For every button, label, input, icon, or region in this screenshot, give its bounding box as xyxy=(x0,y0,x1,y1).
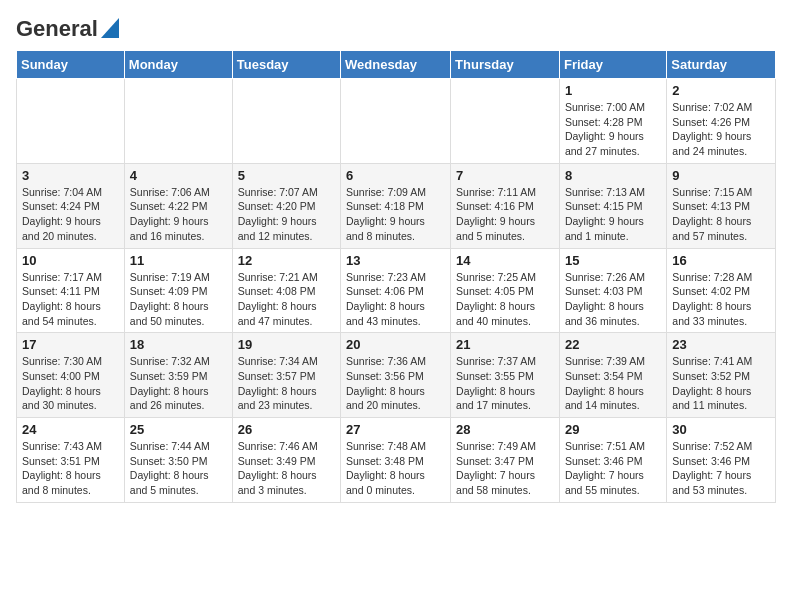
calendar-cell: 25Sunrise: 7:44 AMSunset: 3:50 PMDayligh… xyxy=(124,418,232,503)
calendar-cell xyxy=(341,79,451,164)
day-info: Sunrise: 7:07 AMSunset: 4:20 PMDaylight:… xyxy=(238,185,335,244)
dow-header-sunday: Sunday xyxy=(17,51,125,79)
day-number: 21 xyxy=(456,337,554,352)
calendar-cell: 14Sunrise: 7:25 AMSunset: 4:05 PMDayligh… xyxy=(451,248,560,333)
day-info: Sunrise: 7:32 AMSunset: 3:59 PMDaylight:… xyxy=(130,354,227,413)
day-info: Sunrise: 7:46 AMSunset: 3:49 PMDaylight:… xyxy=(238,439,335,498)
calendar-cell: 23Sunrise: 7:41 AMSunset: 3:52 PMDayligh… xyxy=(667,333,776,418)
day-info: Sunrise: 7:28 AMSunset: 4:02 PMDaylight:… xyxy=(672,270,770,329)
day-number: 26 xyxy=(238,422,335,437)
day-info: Sunrise: 7:30 AMSunset: 4:00 PMDaylight:… xyxy=(22,354,119,413)
calendar-cell: 15Sunrise: 7:26 AMSunset: 4:03 PMDayligh… xyxy=(559,248,666,333)
day-info: Sunrise: 7:36 AMSunset: 3:56 PMDaylight:… xyxy=(346,354,445,413)
day-number: 27 xyxy=(346,422,445,437)
day-number: 4 xyxy=(130,168,227,183)
calendar: SundayMondayTuesdayWednesdayThursdayFrid… xyxy=(16,50,776,503)
day-number: 13 xyxy=(346,253,445,268)
day-info: Sunrise: 7:34 AMSunset: 3:57 PMDaylight:… xyxy=(238,354,335,413)
day-info: Sunrise: 7:25 AMSunset: 4:05 PMDaylight:… xyxy=(456,270,554,329)
calendar-cell: 22Sunrise: 7:39 AMSunset: 3:54 PMDayligh… xyxy=(559,333,666,418)
day-number: 23 xyxy=(672,337,770,352)
calendar-cell: 9Sunrise: 7:15 AMSunset: 4:13 PMDaylight… xyxy=(667,163,776,248)
dow-header-thursday: Thursday xyxy=(451,51,560,79)
calendar-cell: 17Sunrise: 7:30 AMSunset: 4:00 PMDayligh… xyxy=(17,333,125,418)
day-number: 20 xyxy=(346,337,445,352)
day-number: 1 xyxy=(565,83,661,98)
calendar-cell: 21Sunrise: 7:37 AMSunset: 3:55 PMDayligh… xyxy=(451,333,560,418)
logo: General xyxy=(16,16,119,42)
calendar-cell xyxy=(232,79,340,164)
day-info: Sunrise: 7:06 AMSunset: 4:22 PMDaylight:… xyxy=(130,185,227,244)
calendar-cell: 19Sunrise: 7:34 AMSunset: 3:57 PMDayligh… xyxy=(232,333,340,418)
day-info: Sunrise: 7:04 AMSunset: 4:24 PMDaylight:… xyxy=(22,185,119,244)
day-number: 17 xyxy=(22,337,119,352)
calendar-cell: 27Sunrise: 7:48 AMSunset: 3:48 PMDayligh… xyxy=(341,418,451,503)
day-number: 30 xyxy=(672,422,770,437)
calendar-cell: 10Sunrise: 7:17 AMSunset: 4:11 PMDayligh… xyxy=(17,248,125,333)
day-info: Sunrise: 7:41 AMSunset: 3:52 PMDaylight:… xyxy=(672,354,770,413)
calendar-cell: 26Sunrise: 7:46 AMSunset: 3:49 PMDayligh… xyxy=(232,418,340,503)
day-number: 5 xyxy=(238,168,335,183)
day-info: Sunrise: 7:48 AMSunset: 3:48 PMDaylight:… xyxy=(346,439,445,498)
day-number: 18 xyxy=(130,337,227,352)
day-number: 24 xyxy=(22,422,119,437)
day-number: 7 xyxy=(456,168,554,183)
calendar-cell: 8Sunrise: 7:13 AMSunset: 4:15 PMDaylight… xyxy=(559,163,666,248)
calendar-cell: 7Sunrise: 7:11 AMSunset: 4:16 PMDaylight… xyxy=(451,163,560,248)
day-number: 9 xyxy=(672,168,770,183)
day-number: 29 xyxy=(565,422,661,437)
calendar-cell: 18Sunrise: 7:32 AMSunset: 3:59 PMDayligh… xyxy=(124,333,232,418)
dow-header-saturday: Saturday xyxy=(667,51,776,79)
day-info: Sunrise: 7:52 AMSunset: 3:46 PMDaylight:… xyxy=(672,439,770,498)
day-number: 22 xyxy=(565,337,661,352)
day-number: 15 xyxy=(565,253,661,268)
calendar-cell xyxy=(451,79,560,164)
day-info: Sunrise: 7:51 AMSunset: 3:46 PMDaylight:… xyxy=(565,439,661,498)
day-info: Sunrise: 7:23 AMSunset: 4:06 PMDaylight:… xyxy=(346,270,445,329)
dow-header-wednesday: Wednesday xyxy=(341,51,451,79)
calendar-cell: 28Sunrise: 7:49 AMSunset: 3:47 PMDayligh… xyxy=(451,418,560,503)
day-number: 2 xyxy=(672,83,770,98)
calendar-cell: 13Sunrise: 7:23 AMSunset: 4:06 PMDayligh… xyxy=(341,248,451,333)
day-info: Sunrise: 7:13 AMSunset: 4:15 PMDaylight:… xyxy=(565,185,661,244)
calendar-cell: 29Sunrise: 7:51 AMSunset: 3:46 PMDayligh… xyxy=(559,418,666,503)
logo-text-general: General xyxy=(16,16,98,42)
day-number: 25 xyxy=(130,422,227,437)
calendar-cell xyxy=(17,79,125,164)
day-number: 10 xyxy=(22,253,119,268)
day-info: Sunrise: 7:21 AMSunset: 4:08 PMDaylight:… xyxy=(238,270,335,329)
calendar-cell: 20Sunrise: 7:36 AMSunset: 3:56 PMDayligh… xyxy=(341,333,451,418)
day-info: Sunrise: 7:15 AMSunset: 4:13 PMDaylight:… xyxy=(672,185,770,244)
day-number: 11 xyxy=(130,253,227,268)
day-info: Sunrise: 7:39 AMSunset: 3:54 PMDaylight:… xyxy=(565,354,661,413)
day-info: Sunrise: 7:49 AMSunset: 3:47 PMDaylight:… xyxy=(456,439,554,498)
calendar-cell: 11Sunrise: 7:19 AMSunset: 4:09 PMDayligh… xyxy=(124,248,232,333)
day-number: 3 xyxy=(22,168,119,183)
calendar-cell: 24Sunrise: 7:43 AMSunset: 3:51 PMDayligh… xyxy=(17,418,125,503)
calendar-cell: 2Sunrise: 7:02 AMSunset: 4:26 PMDaylight… xyxy=(667,79,776,164)
day-number: 16 xyxy=(672,253,770,268)
calendar-cell: 16Sunrise: 7:28 AMSunset: 4:02 PMDayligh… xyxy=(667,248,776,333)
day-info: Sunrise: 7:37 AMSunset: 3:55 PMDaylight:… xyxy=(456,354,554,413)
calendar-cell: 30Sunrise: 7:52 AMSunset: 3:46 PMDayligh… xyxy=(667,418,776,503)
calendar-cell xyxy=(124,79,232,164)
calendar-cell: 5Sunrise: 7:07 AMSunset: 4:20 PMDaylight… xyxy=(232,163,340,248)
day-number: 6 xyxy=(346,168,445,183)
logo-triangle-icon xyxy=(101,18,119,42)
calendar-cell: 1Sunrise: 7:00 AMSunset: 4:28 PMDaylight… xyxy=(559,79,666,164)
day-number: 12 xyxy=(238,253,335,268)
day-info: Sunrise: 7:17 AMSunset: 4:11 PMDaylight:… xyxy=(22,270,119,329)
day-info: Sunrise: 7:19 AMSunset: 4:09 PMDaylight:… xyxy=(130,270,227,329)
dow-header-monday: Monday xyxy=(124,51,232,79)
day-info: Sunrise: 7:00 AMSunset: 4:28 PMDaylight:… xyxy=(565,100,661,159)
day-info: Sunrise: 7:11 AMSunset: 4:16 PMDaylight:… xyxy=(456,185,554,244)
calendar-cell: 4Sunrise: 7:06 AMSunset: 4:22 PMDaylight… xyxy=(124,163,232,248)
day-number: 14 xyxy=(456,253,554,268)
day-number: 19 xyxy=(238,337,335,352)
calendar-cell: 3Sunrise: 7:04 AMSunset: 4:24 PMDaylight… xyxy=(17,163,125,248)
day-number: 8 xyxy=(565,168,661,183)
day-info: Sunrise: 7:44 AMSunset: 3:50 PMDaylight:… xyxy=(130,439,227,498)
svg-marker-0 xyxy=(101,18,119,38)
dow-header-tuesday: Tuesday xyxy=(232,51,340,79)
calendar-cell: 12Sunrise: 7:21 AMSunset: 4:08 PMDayligh… xyxy=(232,248,340,333)
